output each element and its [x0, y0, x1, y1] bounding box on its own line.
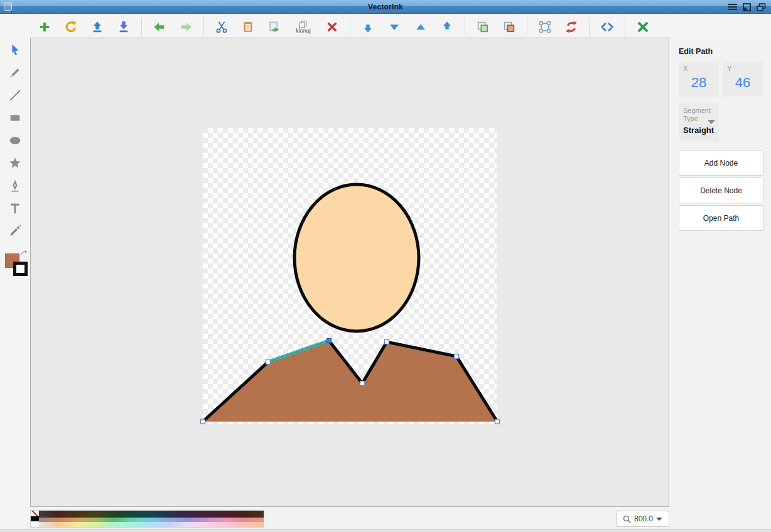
- toolbar-separator: [625, 18, 625, 36]
- clone-label: klonuj: [296, 28, 311, 34]
- toolbar-separator: [203, 18, 204, 36]
- forward-icon[interactable]: [176, 18, 195, 36]
- x-coordinate-field[interactable]: X 28: [679, 61, 719, 97]
- eyedropper-tool-icon[interactable]: [0, 220, 30, 242]
- extensions-icon[interactable]: [634, 18, 652, 36]
- clone-icon[interactable]: klonuj: [291, 18, 315, 36]
- path-node-selected[interactable]: [327, 339, 332, 343]
- y-label: Y: [727, 65, 758, 72]
- drawing-svg[interactable]: [203, 128, 497, 424]
- selection-bounds-icon[interactable]: [536, 18, 554, 36]
- select-tool-icon[interactable]: [0, 39, 30, 61]
- segment-type-value[interactable]: Straight: [683, 125, 716, 135]
- ellipse-tool-icon[interactable]: [0, 129, 30, 152]
- toolbar-separator: [527, 18, 527, 36]
- color-swatches: [0, 250, 30, 285]
- toolbar-separator: [141, 18, 142, 36]
- new-icon[interactable]: [35, 18, 54, 36]
- main-toolbar: klonuj: [0, 14, 771, 39]
- chevron-down-icon: [708, 120, 715, 124]
- palette-row[interactable]: [39, 511, 264, 518]
- ungroup-icon[interactable]: [500, 18, 519, 36]
- y-value[interactable]: 46: [727, 75, 758, 91]
- path-node[interactable]: [455, 354, 459, 359]
- group-icon[interactable]: [473, 18, 492, 36]
- restore-window-icon[interactable]: [743, 3, 751, 11]
- black-swatch[interactable]: [31, 516, 39, 522]
- x-label: X: [683, 65, 714, 72]
- raise-icon[interactable]: [438, 18, 456, 36]
- cascade-windows-icon[interactable]: [757, 3, 766, 11]
- lower-to-bottom-icon[interactable]: [385, 18, 404, 36]
- toolbar-separator: [465, 18, 465, 36]
- y-coordinate-field[interactable]: Y 46: [723, 61, 763, 97]
- line-tool-icon[interactable]: [0, 84, 30, 107]
- titlebar: VectorInk: [0, 0, 771, 14]
- cut-icon[interactable]: [212, 18, 231, 36]
- palette-row[interactable]: [39, 522, 264, 527]
- window-bottom-edge: [0, 529, 771, 532]
- magnifier-icon: [623, 515, 631, 523]
- delete-node-button[interactable]: Delete Node: [679, 178, 763, 203]
- swap-colors-icon[interactable]: [20, 250, 28, 257]
- path-node[interactable]: [495, 420, 500, 424]
- tool-panel: [0, 39, 30, 532]
- back-icon[interactable]: [150, 18, 169, 36]
- segment-type-dropdown[interactable]: Segment Type Straight: [679, 104, 719, 141]
- edit-path-panel: Edit Path X 28 Y 46 Segment Type Straigh…: [670, 38, 771, 507]
- artboard[interactable]: [203, 128, 497, 424]
- delete-icon[interactable]: [323, 18, 342, 36]
- text-tool-icon[interactable]: [0, 197, 30, 220]
- x-value[interactable]: 28: [683, 75, 714, 91]
- panel-title: Edit Path: [679, 47, 771, 56]
- path-node[interactable]: [201, 420, 205, 424]
- add-node-button[interactable]: Add Node: [679, 150, 763, 176]
- window-title: VectorInk: [0, 3, 771, 11]
- refresh-icon[interactable]: [62, 18, 80, 36]
- zoom-control[interactable]: 800.0: [616, 511, 669, 527]
- copy-icon[interactable]: [239, 18, 257, 36]
- download-icon[interactable]: [114, 18, 133, 36]
- toolbar-separator: [589, 18, 590, 36]
- upload-icon[interactable]: [88, 18, 107, 36]
- path-node[interactable]: [385, 340, 389, 344]
- path-node[interactable]: [266, 360, 271, 364]
- lower-icon[interactable]: [359, 18, 377, 36]
- rectangle-tool-icon[interactable]: [0, 107, 30, 129]
- zoom-value[interactable]: 800.0: [634, 514, 653, 523]
- menu-icon[interactable]: [728, 3, 737, 11]
- color-palette[interactable]: [30, 510, 264, 528]
- chevron-down-icon[interactable]: [656, 518, 662, 521]
- xml-editor-icon[interactable]: [598, 18, 617, 36]
- rotate-icon[interactable]: [562, 18, 581, 36]
- canvas-workspace[interactable]: [30, 38, 669, 507]
- toolbar-separator: [350, 18, 350, 36]
- stroke-color-swatch[interactable]: [13, 262, 28, 276]
- path-node[interactable]: [360, 381, 365, 386]
- white-swatch[interactable]: [31, 521, 39, 527]
- raise-to-top-icon[interactable]: [411, 18, 430, 36]
- palette-row[interactable]: [39, 518, 264, 523]
- open-path-button[interactable]: Open Path: [679, 205, 763, 231]
- pencil-tool-icon[interactable]: [0, 61, 30, 84]
- paste-icon[interactable]: [265, 18, 284, 36]
- no-color-swatch[interactable]: [31, 511, 39, 516]
- pen-tool-icon[interactable]: [0, 174, 30, 197]
- star-tool-icon[interactable]: [0, 152, 30, 174]
